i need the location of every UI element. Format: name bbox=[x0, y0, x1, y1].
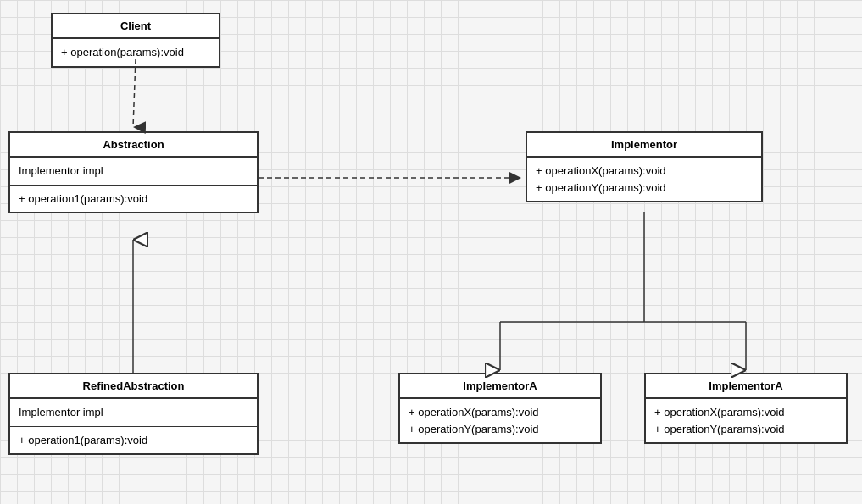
implementor-a2-operations: + operationX(params):void+ operationY(pa… bbox=[646, 399, 846, 442]
abstraction-operations: + operation1(params):void bbox=[10, 186, 257, 213]
implementor-a2-header: ImplementorA bbox=[646, 374, 846, 399]
implementor-a1-header: ImplementorA bbox=[400, 374, 600, 399]
client-operations: + operation(params):void bbox=[53, 39, 219, 66]
implementor-header: Implementor bbox=[527, 133, 761, 158]
refined-abstraction-fields: Implementor impl bbox=[10, 399, 257, 427]
client-header: Client bbox=[53, 14, 219, 39]
implementor-a1-operations: + operationX(params):void+ operationY(pa… bbox=[400, 399, 600, 442]
diagram-canvas: Client + operation(params):void Abstract… bbox=[0, 0, 862, 504]
client-box: Client + operation(params):void bbox=[51, 13, 220, 68]
abstraction-header: Abstraction bbox=[10, 133, 257, 158]
implementor-operations: + operationX(params):void+ operationY(pa… bbox=[527, 158, 761, 201]
refined-abstraction-header: RefinedAbstraction bbox=[10, 374, 257, 399]
implementor-box: Implementor + operationX(params):void+ o… bbox=[526, 131, 763, 202]
abstraction-box: Abstraction Implementor impl + operation… bbox=[8, 131, 259, 213]
refined-abstraction-box: RefinedAbstraction Implementor impl + op… bbox=[8, 373, 259, 455]
implementor-a2-box: ImplementorA + operationX(params):void+ … bbox=[644, 373, 848, 444]
abstraction-fields: Implementor impl bbox=[10, 158, 257, 186]
implementor-a1-box: ImplementorA + operationX(params):void+ … bbox=[398, 373, 602, 444]
svg-line-5 bbox=[133, 59, 136, 127]
refined-abstraction-operations: + operation1(params):void bbox=[10, 427, 257, 454]
